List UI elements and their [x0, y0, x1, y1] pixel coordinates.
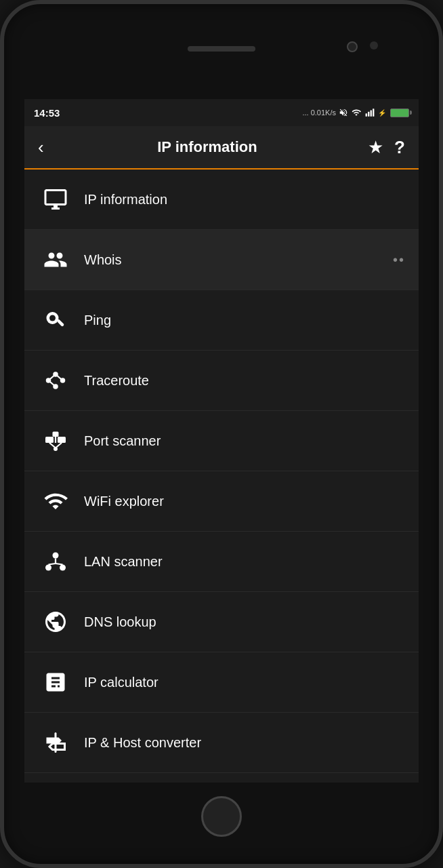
phone-camera [347, 41, 358, 52]
help-button[interactable]: ? [389, 132, 410, 163]
svg-line-12 [56, 374, 63, 380]
menu-label-whois: Whois [84, 252, 122, 268]
svg-line-25 [49, 564, 56, 565]
menu-item-lan-scanner[interactable]: LAN scanner [24, 532, 419, 592]
ip-host-converter-icon [38, 725, 73, 760]
svg-rect-14 [45, 437, 54, 443]
phone-screen: 14:53 ... 0.01K/s ⚡ ‹ IP i [24, 99, 419, 783]
bolt-icon: ⚡ [378, 109, 386, 117]
menu-item-settings[interactable]: Settings [24, 773, 419, 783]
svg-point-20 [54, 447, 58, 451]
svg-line-13 [49, 380, 56, 387]
port-scanner-icon [38, 423, 73, 458]
menu-label-lan-scanner: LAN scanner [84, 554, 163, 570]
svg-point-22 [45, 565, 51, 571]
menu-label-ping: Ping [84, 313, 111, 328]
menu-item-port-scanner[interactable]: Port scanner [24, 411, 419, 471]
status-time: 14:53 [34, 107, 60, 119]
signal-icon [364, 108, 375, 117]
phone-speaker [188, 46, 255, 52]
monitor-icon [38, 182, 73, 217]
whois-dots: •• [393, 252, 405, 268]
menu-item-traceroute[interactable]: Traceroute [24, 351, 419, 411]
menu-item-ip-host-converter[interactable]: IP & Host converter [24, 713, 419, 773]
svg-point-23 [60, 565, 66, 571]
menu-item-dns-lookup[interactable]: DNS lookup [24, 592, 419, 652]
people-icon [38, 242, 73, 277]
phone-front-cam [370, 41, 378, 50]
menu-list: IP information Whois •• [24, 170, 419, 783]
phone-device: 14:53 ... 0.01K/s ⚡ ‹ IP i [0, 0, 443, 868]
svg-rect-1 [368, 112, 369, 117]
menu-label-ip-information: IP information [84, 192, 167, 208]
menu-label-port-scanner: Port scanner [84, 433, 161, 449]
lan-scanner-icon [38, 544, 73, 579]
menu-item-ping[interactable]: Ping [24, 290, 419, 351]
back-button[interactable]: ‹ [33, 132, 49, 163]
menu-label-ip-calculator: IP calculator [84, 675, 159, 690]
menu-label-traceroute: Traceroute [84, 373, 149, 389]
dns-lookup-icon [38, 604, 73, 639]
menu-item-ip-information[interactable]: IP information [24, 170, 419, 230]
svg-point-21 [53, 553, 59, 559]
svg-rect-16 [53, 432, 59, 437]
svg-point-5 [49, 315, 56, 321]
mute-icon [339, 108, 348, 117]
status-bar: 14:53 ... 0.01K/s ⚡ [24, 99, 419, 126]
svg-rect-15 [58, 437, 66, 443]
menu-item-ip-calculator[interactable]: IP calculator [24, 652, 419, 713]
svg-rect-3 [373, 108, 374, 117]
svg-line-26 [56, 564, 63, 565]
menu-label-wifi-explorer: WiFi explorer [84, 494, 164, 509]
menu-label-dns-lookup: DNS lookup [84, 614, 156, 630]
status-speed: ... 0.01K/s [302, 108, 336, 117]
battery-icon [390, 108, 409, 117]
wifi-status-icon [351, 108, 362, 117]
status-right: ... 0.01K/s ⚡ [302, 108, 409, 117]
favorite-button[interactable]: ★ [362, 132, 389, 163]
svg-rect-2 [371, 111, 372, 117]
menu-item-whois[interactable]: Whois •• [24, 230, 419, 290]
wifi-explorer-icon [38, 484, 73, 519]
ip-calculator-icon [38, 665, 73, 700]
svg-rect-6 [57, 319, 65, 327]
toolbar: ‹ IP information ★ ? [24, 126, 419, 170]
menu-label-ip-host-converter: IP & Host converter [84, 735, 201, 751]
toolbar-title: IP information [52, 138, 362, 156]
phone-home-button[interactable] [201, 796, 242, 837]
svg-rect-0 [366, 113, 367, 117]
svg-line-11 [49, 374, 56, 380]
ping-icon [38, 302, 73, 338]
menu-item-wifi-explorer[interactable]: WiFi explorer [24, 471, 419, 532]
traceroute-icon [38, 363, 73, 398]
